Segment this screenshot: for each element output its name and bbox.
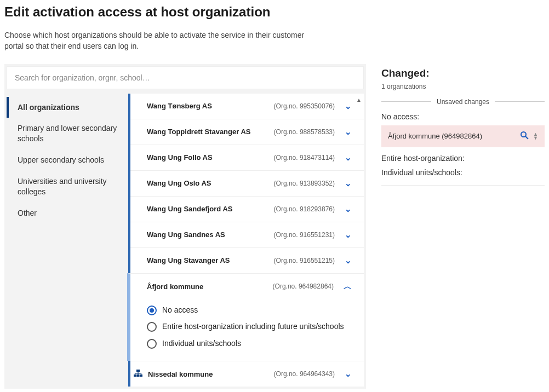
org-row[interactable]: Nissedal kommune (Org.no. 964964343) ⌄ — [130, 361, 364, 387]
chevron-down-icon[interactable]: ⌄ — [345, 101, 352, 111]
changed-org-chip[interactable]: Åfjord kommune (964982864) ▲▼ — [381, 125, 545, 147]
chevron-down-icon[interactable]: ⌄ — [345, 178, 352, 188]
svg-rect-2 — [137, 374, 140, 377]
org-name: Wang Ung Sandnes AS — [147, 230, 251, 239]
org-row[interactable]: Wang Ung Sandnes AS (Org.no. 916551231) … — [130, 222, 364, 247]
svg-rect-1 — [134, 374, 136, 377]
chip-text: Åfjord kommune (964982864) — [388, 132, 520, 140]
left-panel: All organizations Primary and lower seco… — [4, 64, 366, 389]
changed-title: Changed: — [381, 67, 545, 79]
org-row-header[interactable]: Åfjord kommune (Org.no. 964982864) ︿ — [130, 274, 364, 299]
radio-individual-units[interactable]: Individual units/schools — [147, 335, 352, 352]
no-access-label: No access: — [381, 112, 545, 121]
org-number: (Org.no. 916551215) — [274, 257, 335, 264]
changed-count: 1 organizations — [381, 83, 545, 90]
radio-label: Individual units/schools — [162, 338, 241, 349]
chevron-down-icon[interactable]: ⌄ — [345, 204, 352, 214]
chevron-down-icon[interactable]: ⌄ — [345, 153, 352, 163]
org-name: Åfjord kommune — [147, 283, 251, 291]
unsaved-label: Unsaved changes — [437, 98, 489, 106]
individual-units-label: Individual units/schools: — [381, 168, 545, 177]
svg-rect-3 — [140, 374, 142, 377]
org-row[interactable]: Wang Ung Oslo AS (Org.no. 913893352) ⌄ — [130, 170, 364, 196]
chevron-down-icon[interactable]: ⌄ — [345, 369, 352, 379]
org-number: (Org.no. 918473114) — [274, 154, 335, 162]
org-row[interactable]: Wang Ung Follo AS (Org.no. 918473114) ⌄ — [130, 145, 364, 170]
chevron-down-icon[interactable]: ⌄ — [345, 230, 352, 240]
org-tree-icon — [134, 370, 142, 379]
radio-entire-host[interactable]: Entire host-organization including futur… — [147, 318, 352, 335]
org-row-expanded: Åfjord kommune (Org.no. 964982864) ︿ No … — [127, 273, 364, 361]
svg-point-4 — [521, 132, 526, 137]
chip-actions: ▲▼ — [520, 131, 538, 142]
org-row[interactable]: Wang Ung Stavanger AS (Org.no. 916551215… — [130, 247, 364, 273]
org-row[interactable]: Wang Ung Sandefjord AS (Org.no. 91829387… — [130, 196, 364, 222]
org-name: Wang Ung Follo AS — [147, 153, 251, 162]
search-wrap — [7, 66, 364, 89]
org-number: (Org.no. 964964343) — [274, 370, 335, 378]
magnifier-icon[interactable] — [520, 131, 529, 142]
org-name: Wang Ung Sandefjord AS — [147, 205, 251, 213]
radio-icon — [147, 339, 157, 349]
organization-pane: ▲ Wang Tønsberg AS (Org.no. 995350076) ⌄… — [128, 94, 364, 387]
entire-host-label: Entire host-organization: — [381, 154, 545, 163]
org-number: (Org.no. 964982864) — [273, 283, 334, 290]
filter-upper-secondary[interactable]: Upper secondary schools — [7, 149, 128, 171]
divider-line — [495, 101, 545, 102]
radio-icon — [147, 322, 157, 332]
radio-icon — [147, 305, 157, 315]
org-name: Wang Tønsberg AS — [147, 102, 251, 110]
filter-other[interactable]: Other — [7, 203, 128, 224]
org-row[interactable]: Wang Tønsberg AS (Org.no. 995350076) ⌄ — [130, 94, 364, 119]
org-number: (Org.no. 995350076) — [274, 102, 335, 110]
org-number: (Org.no. 988578533) — [274, 128, 335, 136]
org-name: Nissedal kommune — [148, 370, 241, 378]
unsaved-divider: Unsaved changes — [381, 98, 545, 106]
radio-label: No access — [162, 305, 198, 315]
org-number: (Org.no. 913893352) — [274, 180, 335, 187]
filter-universities[interactable]: Universities and university colleges — [7, 171, 128, 203]
filter-list: All organizations Primary and lower seco… — [7, 94, 128, 387]
org-name: Wang Ung Stavanger AS — [147, 256, 251, 264]
radio-no-access[interactable]: No access — [147, 302, 352, 319]
radio-label: Entire host-organization including futur… — [162, 321, 344, 332]
right-panel: Changed: 1 organizations Unsaved changes… — [381, 64, 545, 389]
filter-primary-lower[interactable]: Primary and lower secondary schools — [7, 118, 128, 149]
columns: All organizations Primary and lower seco… — [7, 94, 364, 387]
svg-rect-0 — [136, 370, 140, 372]
search-input[interactable] — [7, 67, 363, 89]
access-radio-group: No access Entire host-organization inclu… — [130, 299, 364, 361]
page-title: Edit activation access at host organizat… — [4, 4, 545, 20]
filter-all-organizations[interactable]: All organizations — [7, 97, 128, 118]
org-name: Wang Toppidrett Stavanger AS — [147, 128, 251, 136]
intro-text: Choose which host organizations should b… — [4, 30, 311, 52]
divider-line — [381, 101, 431, 102]
svg-line-5 — [525, 136, 528, 139]
org-number: (Org.no. 918293876) — [274, 205, 335, 213]
chevron-up-icon[interactable]: ︿ — [344, 281, 352, 292]
org-row[interactable]: Wang Toppidrett Stavanger AS (Org.no. 98… — [130, 119, 364, 145]
org-number: (Org.no. 916551231) — [274, 231, 335, 239]
divider-line — [381, 186, 545, 186]
stepper-icon[interactable]: ▲▼ — [533, 132, 538, 140]
main-layout: All organizations Primary and lower seco… — [4, 64, 545, 389]
org-name: Wang Ung Oslo AS — [147, 179, 251, 187]
chevron-down-icon[interactable]: ⌄ — [345, 127, 352, 137]
chevron-down-icon[interactable]: ⌄ — [345, 256, 352, 266]
